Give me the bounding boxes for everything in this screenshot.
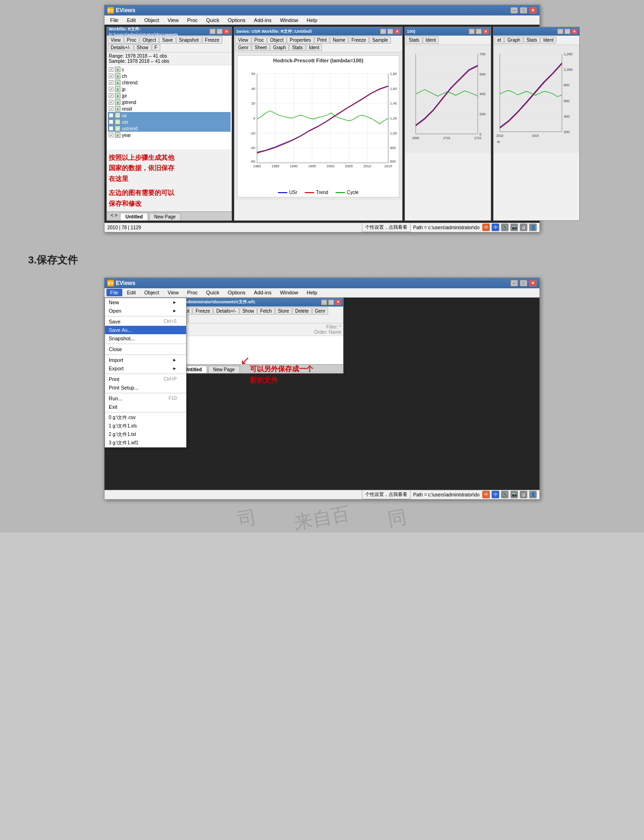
menu-printsetup[interactable]: Print Setup... xyxy=(105,383,186,392)
menu-file[interactable]: File xyxy=(106,16,122,24)
wf-freeze-btn[interactable]: Freeze xyxy=(202,37,222,44)
partial-graph-btn[interactable]: Graph xyxy=(504,37,523,44)
menu-help[interactable]: Help xyxy=(303,16,321,24)
partial-stats-btn-1[interactable]: Stats xyxy=(406,37,422,44)
recent-3[interactable]: 3 g:\文件1.wf1 xyxy=(105,439,186,447)
menu-options-2[interactable]: Options xyxy=(224,289,249,296)
s2-show-btn[interactable]: Show xyxy=(240,308,257,315)
personal-settings-btn-1[interactable]: 个性设置，点我看看 xyxy=(362,223,411,232)
series-maximize[interactable]: □ xyxy=(387,29,393,34)
var-resid[interactable]: ✓ s resid xyxy=(108,105,231,112)
menu-new[interactable]: New ► xyxy=(105,298,186,307)
var-c[interactable]: ✓ s c xyxy=(108,66,231,73)
recent-0[interactable]: 0 g:\文件.csv xyxy=(105,413,186,422)
wf-save-btn[interactable]: Save xyxy=(159,37,176,44)
menu-addins[interactable]: Add-ins xyxy=(250,16,275,24)
series-sample-btn[interactable]: Sample xyxy=(369,37,391,44)
menu-saveas[interactable]: Save As... xyxy=(105,326,186,334)
s2-store-btn[interactable]: Store xyxy=(275,308,292,315)
series-freeze-btn[interactable]: Freeze xyxy=(349,37,369,44)
menu-quick[interactable]: Quick xyxy=(202,16,223,24)
wf-proc-btn[interactable]: Proc xyxy=(124,37,140,44)
var-check-ch[interactable]: ✓ xyxy=(109,74,113,78)
wf-minimize[interactable]: ─ xyxy=(210,29,216,34)
var-check-usr[interactable]: ✓ xyxy=(109,120,113,124)
partial-stats-btn-2[interactable]: Stats xyxy=(524,37,540,44)
menu-exit[interactable]: Exit xyxy=(105,403,186,411)
series-view-btn[interactable]: View xyxy=(235,37,251,44)
menu-run[interactable]: Run... F10 xyxy=(105,394,186,403)
s2-wf-maximize[interactable]: □ xyxy=(328,300,334,305)
wf-maximize[interactable]: □ xyxy=(217,29,223,34)
var-ch[interactable]: ✓ s ch xyxy=(108,73,231,79)
menu-proc[interactable]: Proc xyxy=(183,16,202,24)
var-ustrend[interactable]: ✓ s ustrend xyxy=(108,125,231,132)
menu-import[interactable]: Import ► xyxy=(105,356,186,364)
menu-options[interactable]: Options xyxy=(224,16,249,24)
menu-snapshot[interactable]: Snapshot... xyxy=(105,334,186,343)
var-check-jpr[interactable]: ✓ xyxy=(109,93,113,98)
series-name-btn[interactable]: Name xyxy=(330,37,348,44)
s2-genr-btn[interactable]: Genr xyxy=(312,308,328,315)
var-chtrend[interactable]: ✓ s chtrend xyxy=(108,79,231,86)
menu-view-2[interactable]: View xyxy=(164,289,183,296)
menu-quick-2[interactable]: Quick xyxy=(202,289,223,296)
personal-settings-btn-2[interactable]: 个性设置，点我看看 xyxy=(362,490,411,499)
var-us[interactable]: ✓ s us xyxy=(108,112,231,119)
var-check-us[interactable]: ✓ xyxy=(109,113,113,118)
s2-wf-close[interactable]: ✕ xyxy=(335,300,341,305)
menu-object-2[interactable]: Object xyxy=(141,289,163,296)
minimize-btn[interactable]: ─ xyxy=(510,7,518,14)
partial-close-1[interactable]: ✕ xyxy=(483,29,489,34)
series-minimize[interactable]: ─ xyxy=(380,29,386,34)
menu-export[interactable]: Export ► xyxy=(105,364,186,373)
series-ident-btn[interactable]: Ident xyxy=(306,44,322,51)
menu-proc-2[interactable]: Proc xyxy=(183,289,202,296)
wf-view-btn[interactable]: View xyxy=(108,37,124,44)
s2-fetch-btn[interactable]: Fetch xyxy=(257,308,275,315)
wf-object-btn[interactable]: Object xyxy=(140,37,159,44)
var-check-jp[interactable]: ✓ xyxy=(109,87,113,91)
partial-close-2[interactable]: ✕ xyxy=(571,29,577,34)
menu-window[interactable]: Window xyxy=(276,16,302,24)
var-check-chtrend[interactable]: ✓ xyxy=(109,80,113,85)
menu-view[interactable]: View xyxy=(164,16,183,24)
menu-edit[interactable]: Edit xyxy=(123,16,140,24)
menu-open[interactable]: Open ► xyxy=(105,307,186,315)
tab-newpage-2[interactable]: New Page xyxy=(208,366,240,373)
series-graph-btn[interactable]: Graph xyxy=(270,44,289,51)
menu-close[interactable]: Close xyxy=(105,345,186,353)
wf-details-btn[interactable]: Details+/- xyxy=(108,44,134,51)
tab-untitled-1[interactable]: Untitled xyxy=(120,213,148,220)
menu-print[interactable]: Print Ctrl+P xyxy=(105,375,186,383)
series-close[interactable]: ✕ xyxy=(394,29,400,34)
var-jp[interactable]: ✓ s jp xyxy=(108,86,231,92)
wf-snapshot-btn[interactable]: Snapshot xyxy=(176,37,202,44)
partial-et-btn[interactable]: et xyxy=(494,37,504,44)
partial-ident-btn-2[interactable]: Ident xyxy=(540,37,556,44)
menu-save[interactable]: Save Ctrl+S xyxy=(105,317,186,326)
series-object-btn[interactable]: Object xyxy=(267,37,286,44)
close-btn[interactable]: ✕ xyxy=(529,7,537,14)
s2-freeze-btn[interactable]: Freeze xyxy=(193,308,213,315)
wf-f-btn[interactable]: F xyxy=(152,44,160,51)
partial-minimize-2[interactable]: ─ xyxy=(557,29,563,34)
series-stats-btn[interactable]: Stats xyxy=(289,44,306,51)
menu-object[interactable]: Object xyxy=(141,16,163,24)
menu-window-2[interactable]: Window xyxy=(276,289,302,296)
var-jpr[interactable]: ✓ s jpr xyxy=(108,92,231,99)
menu-help-2[interactable]: Help xyxy=(303,289,321,296)
wf-show-btn[interactable]: Show xyxy=(134,44,151,51)
maximize-btn[interactable]: □ xyxy=(520,7,527,14)
minimize-btn-2[interactable]: ─ xyxy=(510,280,518,286)
close-btn-2[interactable]: ✕ xyxy=(529,280,537,286)
series-proc-btn[interactable]: Proc xyxy=(252,37,267,44)
var-year[interactable]: ✓ s year xyxy=(108,132,231,138)
s2-delete-btn[interactable]: Delete xyxy=(292,308,312,315)
recent-1[interactable]: 1 g:\文件1.xls xyxy=(105,422,186,430)
maximize-btn-2[interactable]: □ xyxy=(520,280,527,286)
var-check-jptrend[interactable]: ✓ xyxy=(109,100,113,105)
var-check-ustrend[interactable]: ✓ xyxy=(109,126,113,131)
s2-details-btn[interactable]: Details+/- xyxy=(213,308,239,315)
partial-maximize-2[interactable]: □ xyxy=(564,29,570,34)
